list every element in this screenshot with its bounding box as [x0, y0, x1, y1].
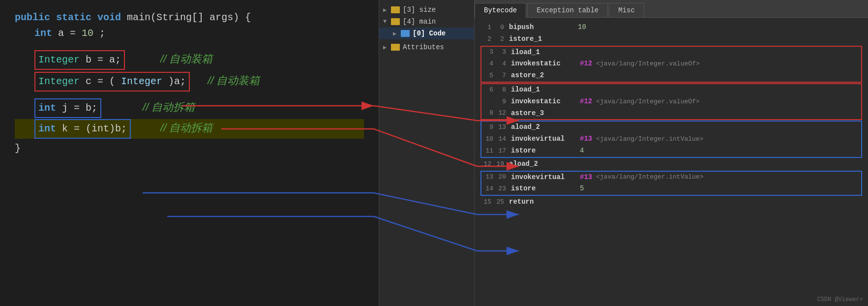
- tree-label-code: [0] Code: [413, 30, 446, 37]
- bytecode-content: 1 0 bipush 10 2 2 istore_1 3 3 iload_1 4: [475, 18, 868, 306]
- tree-item-attributes[interactable]: ▶ Attributes: [379, 41, 474, 53]
- code-line-7: }: [15, 141, 364, 156]
- bc-line-6: 6 8 iload_1: [482, 84, 860, 96]
- tree-item-size[interactable]: ▶ [3] size: [379, 4, 474, 16]
- code-line-4: Integer c = ( Integer )a; // 自动装箱: [15, 71, 364, 92]
- bc-line-15: 15 25 return: [480, 196, 862, 208]
- comment-unbox-2: // 自动拆箱: [160, 122, 212, 134]
- bc-line-12: 12 19 aload_2: [480, 158, 862, 170]
- tree-label-main: [4] main: [403, 18, 436, 26]
- bc-line-13: 13 20 invokevirtual #13 <java/lang/Integ…: [482, 172, 860, 184]
- box-integer-c: Integer c = ( Integer )a;: [34, 72, 190, 92]
- bc-line-7: 9 invokestatic #12 <java/lang/Integer.va…: [482, 96, 860, 108]
- code-line-3: Integer b = a; // 自动装箱: [15, 50, 364, 70]
- bc-blue-box-1: 9 13 aload_2 10 14 invokevirtual #13 <ja…: [480, 121, 862, 157]
- comment-autobox-2: // 自动装箱: [208, 74, 260, 87]
- tree-label-attributes: Attributes: [403, 43, 444, 51]
- keyword-public: public: [15, 12, 50, 23]
- bc-line-14: 14 23 istore 5: [482, 183, 860, 195]
- tree-label-size: [3] size: [403, 6, 436, 14]
- watermark: CSDN @Viewer=: [817, 296, 863, 303]
- bc-red-box-2: 6 8 iload_1 9 invokestatic #12 <java/lan…: [480, 83, 862, 120]
- bc-line-5: 5 7 astore_2: [482, 70, 860, 82]
- folder-icon: [391, 6, 400, 13]
- bc-line-11: 11 17 istore 4: [482, 145, 860, 157]
- comment-unbox-1: // 自动拆箱: [143, 101, 195, 113]
- bytecode-tabs: Bytecode Exception table Misc: [475, 0, 868, 18]
- comment-autobox-1: // 自动装箱: [160, 53, 212, 65]
- tree-arrow-2: ▼: [383, 18, 390, 25]
- box-int-j: int j = b;: [34, 98, 101, 118]
- code-line-6: int k = (int)b; // 自动拆箱: [15, 119, 364, 139]
- bc-line-10: 10 14 invokevirtual #13 <java/lang/Integ…: [482, 133, 860, 145]
- spacer: [15, 41, 364, 50]
- bc-line-1: 1 0 bipush 10: [480, 22, 862, 33]
- bc-line-9: 9 13 aload_2: [482, 122, 860, 133]
- tree-arrow: ▶: [383, 6, 390, 14]
- tree-arrow-3: ▶: [393, 30, 400, 37]
- folder-icon-3: [391, 44, 400, 51]
- box-int-k: int k = (int)b;: [34, 119, 131, 139]
- num-10: 10: [82, 28, 93, 39]
- keyword-int-1: int: [34, 28, 52, 39]
- bytecode-panel: Bytecode Exception table Misc 1 0 bipush…: [475, 0, 868, 306]
- folder-icon-blue: [401, 30, 410, 37]
- bc-blue-box-2: 13 20 invokevirtual #13 <java/lang/Integ…: [480, 171, 862, 196]
- bc-line-2: 2 2 istore_1: [480, 33, 862, 45]
- bc-line-8: 8 12 astore_3: [482, 108, 860, 120]
- tree-panel: ▶ [3] size ▼ [4] main ▶ [0] Code ▶ Attri…: [379, 0, 475, 306]
- box-integer-b: Integer b = a;: [34, 50, 125, 70]
- spacer2: [15, 93, 364, 98]
- code-line-1: public static void main(String[] args) {: [15, 10, 364, 26]
- class-integer-1: Integer: [38, 54, 80, 65]
- keyword-static: static: [56, 12, 91, 23]
- tree-item-code[interactable]: ▶ [0] Code: [379, 28, 474, 39]
- tab-exception-table[interactable]: Exception table: [527, 3, 608, 17]
- tree-item-main[interactable]: ▼ [4] main: [379, 16, 474, 28]
- tab-misc[interactable]: Misc: [609, 3, 644, 17]
- keyword-void: void: [97, 12, 121, 23]
- keyword-int-3: int: [38, 123, 56, 134]
- tree-arrow-4: ▶: [383, 44, 390, 51]
- code-panel: public static void main(String[] args) {…: [0, 0, 379, 306]
- bc-red-box-1: 3 3 iload_1 4 4 invokestatic #12 <java/l…: [480, 46, 862, 83]
- keyword-int-2: int: [38, 102, 56, 114]
- code-line-5: int j = b; // 自动拆箱: [15, 98, 364, 118]
- bc-line-4: 4 4 invokestatic #12 <java/lang/Integer.…: [482, 58, 860, 70]
- class-integer-2: Integer: [38, 76, 80, 87]
- tab-bytecode[interactable]: Bytecode: [475, 3, 526, 18]
- code-line-2: int a = 10 ;: [15, 26, 364, 41]
- folder-icon-2: [391, 18, 400, 25]
- bc-line-3: 3 3 iload_1: [482, 47, 860, 59]
